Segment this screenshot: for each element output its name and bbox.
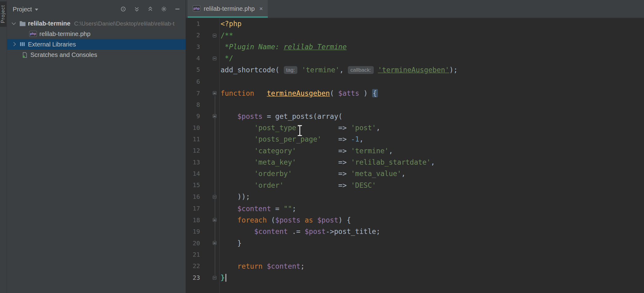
- expand-all-icon[interactable]: [134, 6, 140, 12]
- code-line[interactable]: 'meta_key' => 'relilab_startdate',: [220, 156, 644, 168]
- code-line[interactable]: }: [220, 272, 644, 283]
- code-line[interactable]: add_shortcode( tag: 'termine', callback:…: [220, 64, 644, 76]
- settings-gear-icon[interactable]: [161, 6, 167, 12]
- editor-tab-label: relilab-termine.php: [204, 5, 255, 12]
- collapse-all-icon[interactable]: [147, 6, 154, 12]
- gutter-line[interactable]: 20: [186, 237, 219, 249]
- tree-item-label: External Libraries: [28, 41, 76, 48]
- line-number[interactable]: 19: [186, 228, 200, 235]
- fold-marker-icon[interactable]: [213, 276, 216, 279]
- code-line[interactable]: [220, 99, 644, 110]
- code-line[interactable]: 'post_type' => 'post',: [220, 122, 644, 133]
- line-number[interactable]: 7: [186, 89, 200, 97]
- project-panel-title[interactable]: Project: [13, 6, 38, 13]
- gutter-line[interactable]: 11: [186, 134, 219, 145]
- gutter-line[interactable]: 5: [186, 64, 219, 76]
- gutter-line[interactable]: 19: [186, 226, 219, 237]
- code-line[interactable]: [220, 249, 644, 260]
- gutter-line[interactable]: 2: [186, 30, 219, 41]
- line-number[interactable]: 22: [186, 263, 200, 270]
- gutter-line[interactable]: 14: [186, 168, 219, 179]
- fold-marker-icon[interactable]: [213, 114, 216, 118]
- code-line[interactable]: $content .= $post->post_title;: [220, 226, 644, 237]
- chevron-down-icon[interactable]: [10, 22, 17, 24]
- gutter-line[interactable]: 3: [186, 41, 219, 53]
- gutter-line[interactable]: 7: [186, 87, 219, 99]
- close-tab-icon[interactable]: ×: [259, 5, 263, 11]
- fold-marker-icon[interactable]: [213, 195, 216, 199]
- code-line[interactable]: [220, 76, 644, 87]
- line-number[interactable]: 14: [186, 170, 200, 178]
- tree-item-root-folder[interactable]: relilab-termine C:\Users\Daniel\Desktop\…: [7, 18, 186, 29]
- editor-area: php relilab-termine.php × 12345678910111…: [186, 0, 644, 293]
- code-line[interactable]: }: [220, 237, 644, 249]
- tree-item-external-libraries[interactable]: External Libraries: [7, 39, 186, 50]
- line-number[interactable]: 17: [186, 205, 200, 212]
- line-number[interactable]: 10: [186, 124, 200, 131]
- line-number[interactable]: 6: [186, 78, 200, 85]
- line-number[interactable]: 18: [186, 216, 200, 224]
- code-line[interactable]: foreach ($posts as $post) {: [220, 214, 644, 226]
- line-number[interactable]: 9: [186, 112, 200, 120]
- gutter-line[interactable]: 17: [186, 203, 219, 214]
- code-line[interactable]: $posts = get_posts(array(: [220, 110, 644, 122]
- code-line[interactable]: 'category' => 'termine',: [220, 145, 644, 156]
- fold-marker-icon[interactable]: [213, 34, 216, 37]
- line-number[interactable]: 16: [186, 193, 200, 201]
- line-number[interactable]: 11: [186, 135, 200, 143]
- gutter-line[interactable]: 21: [186, 249, 219, 260]
- code-pane[interactable]: <?php/** *Plugin Name: relilab Termine *…: [220, 18, 644, 293]
- code-line[interactable]: 'posts_per_page' => -1,: [220, 134, 644, 145]
- tree-item-scratches[interactable]: Scratches and Consoles: [7, 50, 186, 60]
- code-line[interactable]: function termineAusgeben( $atts ) {: [220, 87, 644, 99]
- gutter-line[interactable]: 15: [186, 179, 219, 191]
- code-line[interactable]: $content = "";: [220, 203, 644, 214]
- gutter-line[interactable]: 10: [186, 122, 219, 133]
- gutter-line[interactable]: 12: [186, 145, 219, 156]
- code-line[interactable]: ));: [220, 191, 644, 203]
- line-number[interactable]: 1: [186, 20, 200, 27]
- code-editor: 1234567891011121314151617181920212223 <?…: [186, 18, 644, 293]
- code-line[interactable]: *Plugin Name: relilab Termine: [220, 41, 644, 53]
- code-line[interactable]: /**: [220, 30, 644, 41]
- gutter-line[interactable]: 13: [186, 156, 219, 168]
- gutter-line[interactable]: 1: [186, 18, 219, 30]
- line-number[interactable]: 23: [186, 274, 200, 281]
- line-number[interactable]: 20: [186, 239, 200, 247]
- parameter-hint: tag:: [284, 66, 297, 74]
- gutter-line[interactable]: 8: [186, 99, 219, 110]
- line-number[interactable]: 5: [186, 66, 200, 74]
- line-number[interactable]: 21: [186, 251, 200, 258]
- gutter-line[interactable]: 4: [186, 53, 219, 64]
- gutter-line[interactable]: 6: [186, 76, 219, 87]
- line-number[interactable]: 12: [186, 147, 200, 155]
- line-number[interactable]: 13: [186, 159, 200, 166]
- line-number[interactable]: 15: [186, 182, 200, 189]
- fold-scope-line: [215, 96, 215, 275]
- gutter-line[interactable]: 18: [186, 214, 219, 226]
- fold-marker-icon[interactable]: [213, 57, 216, 60]
- code-line[interactable]: 'orderby' => 'meta_value',: [220, 168, 644, 179]
- project-panel-header: Project: [7, 0, 186, 18]
- tree-item-php-file[interactable]: php relilab-termine.php: [7, 29, 186, 39]
- hide-panel-icon[interactable]: [174, 6, 181, 12]
- fold-marker-icon[interactable]: [213, 91, 216, 95]
- code-line[interactable]: */: [220, 53, 644, 64]
- gutter-line[interactable]: 22: [186, 260, 219, 272]
- editor-tab-active[interactable]: php relilab-termine.php ×: [188, 0, 268, 18]
- code-line[interactable]: 'order' => 'DESC': [220, 179, 644, 191]
- code-line[interactable]: <?php: [220, 18, 644, 30]
- project-stripe-button[interactable]: Project: [0, 1, 6, 27]
- chevron-right-icon[interactable]: [10, 43, 17, 46]
- line-number[interactable]: 4: [186, 55, 200, 62]
- gutter-line[interactable]: 9: [186, 110, 219, 122]
- code-line[interactable]: return $content;: [220, 260, 644, 272]
- gutter-line[interactable]: 16: [186, 191, 219, 203]
- fold-marker-icon[interactable]: [213, 241, 216, 245]
- fold-marker-icon[interactable]: [213, 218, 216, 222]
- gutter-line[interactable]: 23: [186, 272, 219, 283]
- line-number[interactable]: 3: [186, 43, 200, 50]
- locate-icon[interactable]: [120, 6, 127, 12]
- line-number[interactable]: 8: [186, 101, 200, 108]
- line-number[interactable]: 2: [186, 32, 200, 39]
